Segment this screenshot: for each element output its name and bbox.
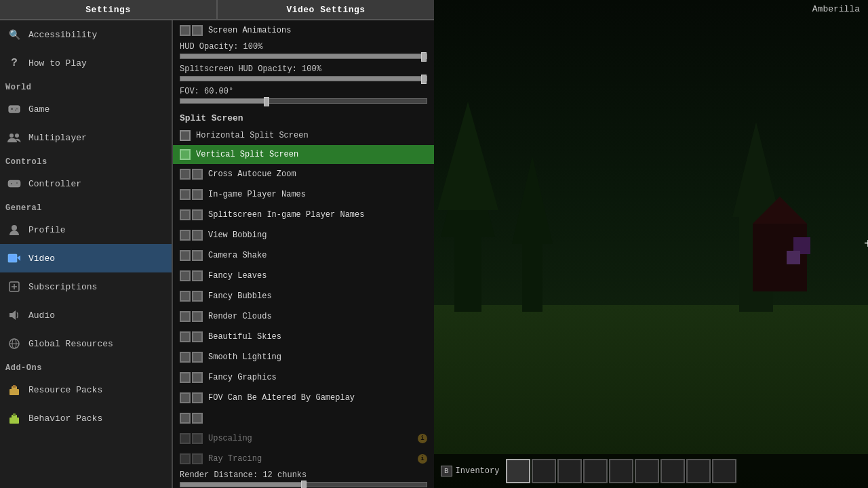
smooth-lighting-row: Fancy Graphics	[173, 367, 434, 388]
sidebar-item-game[interactable]: Game	[0, 95, 172, 123]
svg-point-17	[9, 134, 14, 138]
general-section-label: General	[0, 198, 172, 216]
sidebar-item-label: Controller	[28, 179, 81, 189]
splitscreen-hud-opacity-label: Splitscreen HUD Opacity: 100%	[180, 64, 427, 74]
splitscreen-hud-opacity-fill	[180, 77, 427, 81]
beautiful-skies-toggle[interactable]	[180, 352, 203, 363]
profile-icon	[7, 222, 22, 237]
hud-opacity-fill	[180, 54, 427, 58]
hotbar-slot-9[interactable]	[712, 459, 736, 483]
outline-selection-toggle[interactable]	[180, 189, 203, 200]
fov-altered-toggle[interactable]	[180, 413, 203, 424]
addons-section-label: Add-Ons	[0, 358, 172, 375]
video-settings-tab[interactable]: Video Settings	[218, 0, 434, 19]
subscriptions-icon	[7, 279, 22, 294]
sidebar-item-label: Multiplayer	[28, 133, 87, 143]
ray-tracing-info-icon[interactable]: i	[418, 454, 427, 464]
splitscreen-hud-opacity-thumb[interactable]	[421, 75, 427, 84]
bottom-hud: B Inventory	[434, 454, 868, 488]
hotbar-slot-2[interactable]	[532, 459, 556, 483]
vertical-split-option[interactable]: Vertical Split Screen	[173, 145, 434, 164]
sidebar-item-resource-packs[interactable]: Resource Packs	[0, 375, 172, 404]
hotbar-slot-3[interactable]	[557, 459, 582, 483]
beautiful-skies-label: Smooth Lighting	[208, 352, 427, 362]
outline-selection-row: In-game Player Names	[173, 184, 434, 205]
accessibility-icon: 🔍	[7, 27, 22, 42]
sidebar-item-controller[interactable]: Controller	[0, 169, 172, 198]
splitscreen-hud-opacity-slider[interactable]	[180, 76, 427, 81]
game-icon	[7, 102, 22, 117]
sidebar-item-label: Behavior Packs	[28, 413, 102, 424]
svg-rect-13	[9, 106, 20, 113]
svg-marker-28	[9, 310, 16, 320]
sidebar-item-label: Accessibility	[28, 30, 97, 40]
controls-section-label: Controls	[0, 152, 172, 169]
hotbar-slot-8[interactable]	[686, 459, 711, 483]
settings-tab[interactable]: Settings	[0, 0, 216, 19]
fancy-bubbles-row: Render Clouds	[173, 306, 434, 327]
hud-opacity-slider[interactable]	[180, 54, 427, 59]
beautiful-skies-row: Smooth Lighting	[173, 347, 434, 367]
hotbar-slot-4[interactable]	[583, 459, 608, 483]
hotbar	[506, 459, 736, 483]
top-bar: Settings Video Settings	[0, 0, 434, 20]
split-screen-header: Split Screen	[173, 108, 434, 126]
render-distance-thumb[interactable]	[301, 481, 307, 488]
render-distance-label: Render Distance: 12 chunks	[180, 470, 427, 480]
svg-rect-19	[8, 180, 20, 187]
sidebar-item-label: Global Resources	[28, 339, 113, 349]
sidebar-item-profile[interactable]: Profile	[0, 216, 172, 244]
svg-marker-24	[17, 256, 20, 261]
vertical-split-label: Vertical Split Screen	[196, 150, 298, 159]
sidebar-item-video[interactable]: Video	[0, 244, 172, 272]
ray-tracing-row: Ray Tracing i	[173, 449, 434, 469]
sidebar-item-subscriptions[interactable]: Subscriptions	[0, 272, 172, 301]
splitscreen-hud-opacity-container: Splitscreen HUD Opacity: 100%	[173, 63, 434, 85]
upscaling-row: Upscaling i	[173, 428, 434, 449]
render-clouds-toggle[interactable]	[180, 331, 203, 342]
ingame-names-toggle[interactable]	[180, 209, 203, 220]
fov-label: FOV: 60.00°	[180, 87, 427, 96]
hud-opacity-thumb[interactable]	[421, 52, 427, 62]
ingame-names-row: Splitscreen In-game Player Names	[173, 205, 434, 225]
sidebar-item-audio[interactable]: Audio	[0, 301, 172, 329]
fov-fill	[180, 99, 267, 103]
controller-icon	[7, 176, 22, 191]
hotbar-slot-6[interactable]	[635, 459, 659, 483]
fancy-graphics-toggle[interactable]	[180, 392, 203, 403]
upscaling-info-icon[interactable]: i	[418, 434, 427, 443]
camera-shake-toggle[interactable]	[180, 270, 203, 281]
sidebar-item-global-resources[interactable]: Global Resources	[0, 329, 172, 358]
sidebar-item-behavior-packs[interactable]: Behavior Packs	[0, 404, 172, 432]
hotbar-slot-1[interactable]	[506, 459, 530, 483]
outline-selection-label: In-game Player Names	[208, 190, 427, 199]
hotbar-slot-5[interactable]	[609, 459, 633, 483]
hud-opacity-container: HUD Opacity: 100%	[173, 41, 434, 63]
fancy-graphics-row: FOV Can Be Altered By Gameplay	[173, 388, 434, 408]
sidebar-item-how-to-play[interactable]: ? How to Play	[0, 49, 172, 77]
screen-animations-toggle[interactable]	[180, 25, 203, 36]
fov-slider[interactable]	[180, 98, 427, 104]
view-bobbing-toggle[interactable]	[180, 250, 203, 261]
fov-thumb[interactable]	[264, 97, 269, 106]
video-icon	[7, 251, 22, 266]
crosshair-zoom-toggle[interactable]	[180, 169, 203, 180]
splitscreen-names-toggle[interactable]	[180, 230, 203, 241]
fancy-graphics-label: FOV Can Be Altered By Gameplay	[208, 393, 427, 403]
upscaling-toggle[interactable]	[180, 433, 203, 444]
smooth-lighting-toggle[interactable]	[180, 372, 203, 383]
sidebar-item-accessibility[interactable]: 🔍 Accessibility	[0, 20, 172, 49]
fancy-leaves-toggle[interactable]	[180, 291, 203, 302]
inventory-section: B Inventory	[441, 466, 499, 476]
fancy-bubbles-toggle[interactable]	[180, 311, 203, 322]
horizontal-split-option[interactable]: Horizontal Split Screen	[173, 126, 434, 145]
render-distance-slider[interactable]	[180, 482, 427, 487]
render-clouds-row: Beautiful Skies	[173, 327, 434, 347]
ray-tracing-toggle[interactable]	[180, 453, 203, 464]
sidebar-item-multiplayer[interactable]: Multiplayer	[0, 123, 172, 152]
svg-rect-20	[11, 183, 12, 184]
hotbar-slot-7[interactable]	[660, 459, 685, 483]
vertical-split-indicator	[180, 149, 191, 160]
crosshair-zoom-label: Cross Autocue Zoom	[208, 169, 427, 179]
help-icon: ?	[7, 56, 22, 70]
